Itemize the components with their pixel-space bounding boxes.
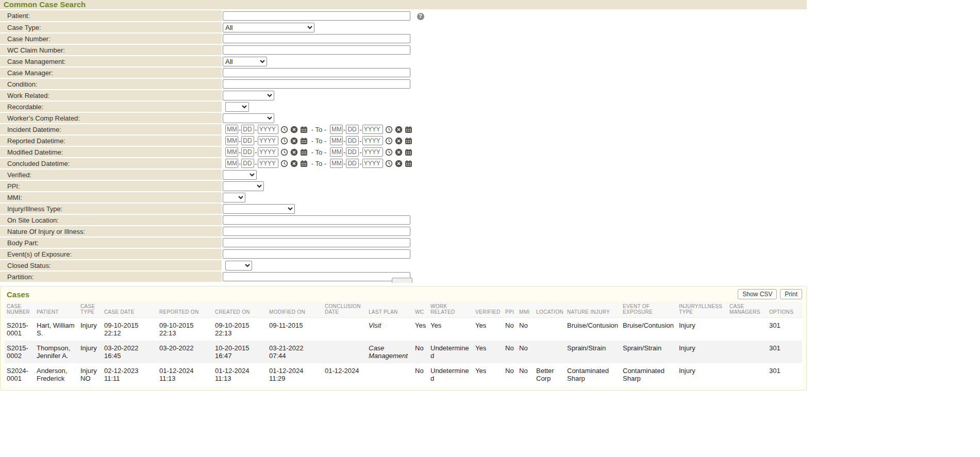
search-button-cutoff[interactable] xyxy=(392,278,412,283)
date-from-mm-input[interactable] xyxy=(225,125,238,134)
calendar-icon[interactable] xyxy=(405,137,412,145)
print-button[interactable]: Print xyxy=(780,289,802,299)
date-from-yyyy-input[interactable] xyxy=(258,147,278,157)
page-title: Common Case Search xyxy=(0,0,807,9)
calendar-icon[interactable] xyxy=(300,160,308,167)
date-separator: - xyxy=(239,137,241,145)
date-to-mm-input[interactable] xyxy=(330,125,343,134)
reported-datetime-range: - - - To - - - xyxy=(225,136,412,145)
clear-icon[interactable] xyxy=(395,160,403,167)
date-to-yyyy-input[interactable] xyxy=(362,159,383,168)
date-to-dd-input[interactable] xyxy=(346,159,359,168)
workers-comp-related-select[interactable] xyxy=(223,113,274,123)
clear-icon[interactable] xyxy=(290,126,298,133)
date-separator: - xyxy=(255,137,257,145)
work-related-select[interactable] xyxy=(223,91,274,100)
cell-conclusion-date: 01-12-2024 xyxy=(325,363,369,386)
events-of-exposure-label: Event(s) of Exposure: xyxy=(0,248,222,260)
recordable-select[interactable] xyxy=(225,102,249,112)
date-from-mm-input[interactable] xyxy=(225,136,238,145)
form-row-work-related: Work Related: xyxy=(0,90,807,101)
date-to-yyyy-input[interactable] xyxy=(362,136,383,145)
clock-icon[interactable] xyxy=(385,137,393,145)
date-from-dd-input[interactable] xyxy=(241,125,254,134)
calendar-icon[interactable] xyxy=(300,126,308,133)
clear-icon[interactable] xyxy=(395,148,403,156)
date-from-yyyy-input[interactable] xyxy=(258,159,278,168)
cell-modified-on: 01-12-2024 11:29 xyxy=(269,363,325,386)
mmi-select[interactable] xyxy=(223,193,245,202)
ppi-label: PPI: xyxy=(0,180,222,192)
column-header-patient: PATIENT xyxy=(37,301,80,318)
case-manager-input[interactable] xyxy=(223,68,410,77)
cell-last-plan xyxy=(369,363,415,386)
cell-nature-injury: Contaminated Sharp xyxy=(567,363,623,386)
cell-case-date: 09-10-2015 22:12 xyxy=(104,318,159,341)
clear-icon[interactable] xyxy=(395,137,403,145)
column-header-wc: WC xyxy=(415,301,430,318)
body-part-input[interactable] xyxy=(223,238,410,247)
date-to-mm-input[interactable] xyxy=(330,159,343,168)
form-row-patient: Patient: ? xyxy=(0,10,807,22)
patient-input[interactable] xyxy=(223,11,410,21)
date-to-mm-input[interactable] xyxy=(330,147,343,157)
date-to-dd-input[interactable] xyxy=(346,136,359,145)
date-separator: - xyxy=(239,126,241,133)
clear-icon[interactable] xyxy=(290,137,298,145)
clock-icon[interactable] xyxy=(385,160,393,167)
events-of-exposure-input[interactable] xyxy=(223,249,410,259)
date-from-yyyy-input[interactable] xyxy=(258,125,278,134)
condition-input[interactable] xyxy=(223,79,410,89)
cases-header-row: CASE NUMBER PATIENT CASE TYPE CASE DATE … xyxy=(5,301,802,318)
ppi-select[interactable] xyxy=(223,181,264,191)
clear-icon[interactable] xyxy=(290,148,298,156)
clock-icon[interactable] xyxy=(280,137,288,145)
calendar-icon[interactable] xyxy=(405,126,412,133)
injury-illness-type-select[interactable] xyxy=(223,204,295,214)
verified-select[interactable] xyxy=(223,170,257,180)
incident-datetime-label: Incident Datetime: xyxy=(0,124,222,135)
clock-icon[interactable] xyxy=(280,148,288,156)
case-number-input[interactable] xyxy=(223,34,410,43)
column-header-case-managers: CASE MANAGERS xyxy=(729,301,769,318)
clear-icon[interactable] xyxy=(290,160,298,167)
date-to-dd-input[interactable] xyxy=(346,125,359,134)
calendar-icon[interactable] xyxy=(300,137,308,145)
case-management-select[interactable]: All xyxy=(223,57,267,66)
clock-icon[interactable] xyxy=(385,126,393,133)
wc-claim-number-input[interactable] xyxy=(223,45,410,55)
calendar-icon[interactable] xyxy=(300,148,308,156)
on-site-location-input[interactable] xyxy=(223,215,410,225)
help-icon[interactable]: ? xyxy=(417,13,424,20)
date-to-mm-input[interactable] xyxy=(330,136,343,145)
date-to-yyyy-input[interactable] xyxy=(362,147,383,157)
date-from-mm-input[interactable] xyxy=(225,147,238,157)
date-from-yyyy-input[interactable] xyxy=(258,136,278,145)
cell-patient: Thompson, Jennifer A. xyxy=(37,341,80,363)
column-header-conclusion-date: CONCLUSION DATE xyxy=(325,301,369,318)
cell-nature-injury: Sprain/Strain xyxy=(567,341,623,363)
date-from-mm-input[interactable] xyxy=(225,159,238,168)
form-row-ppi: PPI: xyxy=(0,180,807,192)
date-to-yyyy-input[interactable] xyxy=(362,125,383,134)
calendar-icon[interactable] xyxy=(405,148,412,156)
date-from-dd-input[interactable] xyxy=(241,147,254,157)
closed-status-select[interactable] xyxy=(225,261,252,270)
case-type-select[interactable]: All xyxy=(223,23,314,32)
date-range-to-label: - To - xyxy=(311,137,326,145)
date-separator: - xyxy=(239,160,241,167)
cases-panel: Cases Show CSV Print CASE NUMBER PATIENT… xyxy=(0,286,807,391)
clock-icon[interactable] xyxy=(385,148,393,156)
date-from-dd-input[interactable] xyxy=(241,159,254,168)
column-header-work-related: WORK RELATED xyxy=(430,301,475,318)
clock-icon[interactable] xyxy=(280,160,288,167)
clear-icon[interactable] xyxy=(395,126,403,133)
calendar-icon[interactable] xyxy=(405,160,412,167)
show-csv-button[interactable]: Show CSV xyxy=(738,289,777,299)
nature-of-injury-input[interactable] xyxy=(223,227,410,236)
date-to-dd-input[interactable] xyxy=(346,147,359,157)
partition-input[interactable] xyxy=(223,272,410,281)
clock-icon[interactable] xyxy=(280,126,288,133)
date-from-dd-input[interactable] xyxy=(241,136,254,145)
cell-modified-on: 09-11-2015 xyxy=(269,318,325,341)
